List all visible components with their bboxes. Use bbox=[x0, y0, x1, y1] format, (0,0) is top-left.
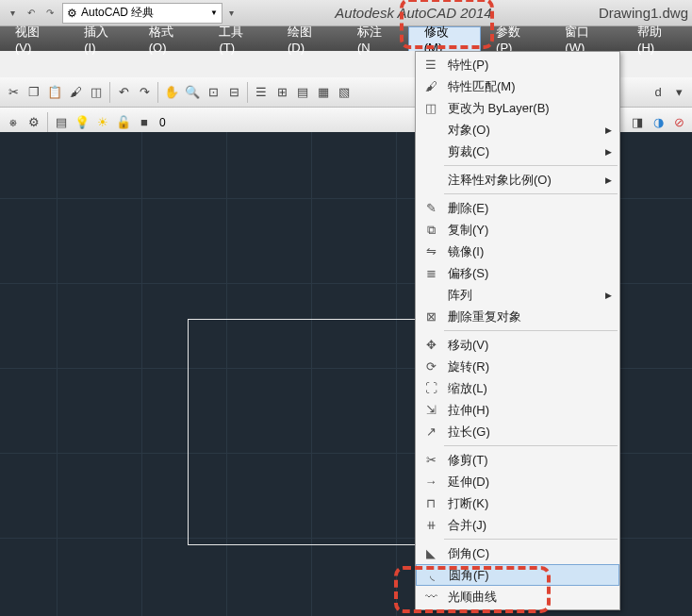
menu-item-fillet[interactable]: ◟圆角(F) bbox=[416, 564, 619, 586]
menu-item-rotate[interactable]: ⟳旋转(R) bbox=[416, 356, 619, 377]
matchprop-icon[interactable]: 🖌 bbox=[66, 83, 85, 102]
qa-dropdown-icon[interactable]: ▾ bbox=[4, 5, 21, 22]
redo-icon[interactable]: ↷ bbox=[41, 5, 58, 22]
menu-item-join[interactable]: ⧺合并(J) bbox=[416, 514, 619, 536]
cut-icon[interactable]: ✂ bbox=[4, 83, 23, 102]
menu-separator bbox=[444, 445, 618, 446]
menu-item-overkill[interactable]: ⊠删除重复对象 bbox=[416, 306, 619, 327]
view-render-icon[interactable]: ⊘ bbox=[669, 113, 688, 132]
qa-more-icon[interactable]: ▾ bbox=[222, 5, 239, 22]
layer-states-icon[interactable]: ⎈ bbox=[4, 113, 23, 132]
menu-bar: 视图(V) 插入(I) 格式(O) 工具(T) 绘图(D) 标注(N 修改(M)… bbox=[0, 26, 692, 51]
color-swatch-icon[interactable]: ■ bbox=[135, 113, 154, 132]
menu-tools[interactable]: 工具(T) bbox=[204, 26, 272, 51]
dropdown-icon[interactable]: ▾ bbox=[669, 83, 688, 102]
scale-icon: ⛶ bbox=[420, 381, 442, 395]
menu-item-matchprop[interactable]: 🖌特性匹配(M) bbox=[416, 75, 619, 97]
erase-icon: ✎ bbox=[420, 201, 442, 215]
zoom-realtime-icon[interactable]: 🔍 bbox=[183, 83, 202, 102]
app-title: Autodesk AutoCAD 2014 bbox=[239, 5, 587, 21]
layer-manager-icon[interactable]: ⚙ bbox=[25, 113, 43, 132]
menu-item-lengthen[interactable]: ↗拉长(G) bbox=[416, 421, 619, 442]
copy-icon[interactable]: ❐ bbox=[25, 83, 43, 102]
menu-parametric[interactable]: 参数(P) bbox=[481, 26, 550, 51]
blockeditor-icon[interactable]: ◫ bbox=[87, 83, 106, 102]
separator bbox=[157, 82, 158, 103]
props-icon: ☰ bbox=[420, 58, 442, 72]
extend-icon: → bbox=[420, 474, 442, 489]
modify-dropdown: ☰特性(P) 🖌特性匹配(M) ◫更改为 ByLayer(B) 对象(O)▶ 剪… bbox=[415, 51, 620, 610]
menu-item-chamfer[interactable]: ◣倒角(C) bbox=[416, 542, 619, 564]
menu-item-clip[interactable]: 剪裁(C)▶ bbox=[416, 141, 619, 162]
menu-item-properties[interactable]: ☰特性(P) bbox=[416, 54, 619, 75]
menu-item-move[interactable]: ✥移动(V) bbox=[416, 334, 619, 356]
menu-item-extend[interactable]: →延伸(D) bbox=[416, 471, 619, 492]
menu-item-object[interactable]: 对象(O)▶ bbox=[416, 119, 619, 141]
menu-format[interactable]: 格式(O) bbox=[134, 26, 205, 51]
move-icon: ✥ bbox=[420, 338, 442, 352]
menu-item-mirror[interactable]: ⇋镜像(I) bbox=[416, 241, 619, 262]
right-3d-tools: ◨ ◑ ⊘ bbox=[628, 113, 688, 132]
menu-modify[interactable]: 修改(M) bbox=[408, 26, 481, 51]
undo-tb-icon[interactable]: ↶ bbox=[114, 83, 133, 102]
redo-tb-icon[interactable]: ↷ bbox=[135, 83, 154, 102]
sun-icon[interactable]: ☀ bbox=[93, 113, 112, 132]
workspace-label: AutoCAD 经典 bbox=[81, 5, 210, 21]
props-icon[interactable]: ☰ bbox=[252, 83, 271, 102]
submenu-arrow-icon: ▶ bbox=[605, 147, 616, 157]
break-icon: ⊓ bbox=[420, 496, 442, 510]
drawing-rectangle[interactable] bbox=[188, 319, 419, 545]
menu-item-trim[interactable]: ✂修剪(T) bbox=[416, 449, 619, 471]
zoom-previous-icon[interactable]: ⊟ bbox=[224, 83, 243, 102]
undo-icon[interactable]: ↶ bbox=[23, 5, 40, 22]
submenu-arrow-icon: ▶ bbox=[605, 125, 616, 135]
rotate-icon: ⟳ bbox=[420, 359, 442, 374]
quick-access: ▾ ↶ ↷ bbox=[4, 5, 58, 22]
view-3d-icon[interactable]: ◑ bbox=[649, 113, 667, 132]
menu-window[interactable]: 窗口(W) bbox=[550, 26, 622, 51]
overkill-icon: ⊠ bbox=[420, 309, 442, 324]
menu-item-annoscale[interactable]: 注释性对象比例(O)▶ bbox=[416, 169, 619, 191]
layer-props-icon[interactable]: ▤ bbox=[52, 113, 71, 132]
lightbulb-icon[interactable]: 💡 bbox=[73, 113, 91, 132]
menu-help[interactable]: 帮助(H) bbox=[622, 26, 692, 51]
menu-item-offset[interactable]: ≣偏移(S) bbox=[416, 262, 619, 284]
fillet-icon: ◟ bbox=[420, 568, 443, 582]
menu-separator bbox=[444, 165, 618, 166]
submenu-arrow-icon: ▶ bbox=[605, 175, 616, 185]
view-2d-icon[interactable]: ◨ bbox=[628, 113, 647, 132]
bylayer-icon: ◫ bbox=[420, 101, 442, 115]
menu-insert[interactable]: 插入(I) bbox=[69, 26, 133, 51]
menu-item-blend[interactable]: 〰光顺曲线 bbox=[416, 586, 619, 608]
markup-icon[interactable]: ▧ bbox=[335, 83, 354, 102]
paste-icon[interactable]: 📋 bbox=[45, 83, 64, 102]
submenu-arrow-icon: ▶ bbox=[605, 291, 616, 300]
zoom-window-icon[interactable]: ⊡ bbox=[204, 83, 222, 102]
blend-icon: 〰 bbox=[420, 590, 442, 604]
menu-dimension[interactable]: 标注(N bbox=[342, 26, 408, 51]
d-icon[interactable]: d bbox=[649, 83, 667, 102]
lock-icon[interactable]: 🔓 bbox=[114, 113, 133, 132]
menu-item-copy[interactable]: ⧉复制(Y) bbox=[416, 219, 619, 241]
menu-view[interactable]: 视图(V) bbox=[0, 26, 69, 51]
layer-name[interactable]: 0 bbox=[159, 116, 166, 129]
pan-icon[interactable]: ✋ bbox=[162, 83, 181, 102]
trim-icon: ✂ bbox=[420, 453, 442, 467]
menu-draw[interactable]: 绘图(D) bbox=[272, 26, 342, 51]
sheet-icon[interactable]: ▦ bbox=[314, 83, 333, 102]
menu-item-break[interactable]: ⊓打断(K) bbox=[416, 492, 619, 514]
menu-item-stretch[interactable]: ⇲拉伸(H) bbox=[416, 399, 619, 421]
mirror-icon: ⇋ bbox=[420, 244, 442, 258]
menu-item-bylayer[interactable]: ◫更改为 ByLayer(B) bbox=[416, 97, 619, 119]
workspace-dropdown[interactable]: ⚙ AutoCAD 经典 ▼ bbox=[62, 3, 222, 24]
menu-separator bbox=[444, 193, 618, 194]
menu-item-scale[interactable]: ⛶缩放(L) bbox=[416, 377, 619, 399]
chamfer-icon: ◣ bbox=[420, 546, 442, 560]
join-icon: ⧺ bbox=[420, 518, 442, 532]
menu-item-erase[interactable]: ✎删除(E) bbox=[416, 197, 619, 219]
tool-palette-icon[interactable]: ▤ bbox=[293, 83, 312, 102]
menu-separator bbox=[444, 330, 618, 331]
menu-item-array[interactable]: 阵列▶ bbox=[416, 284, 619, 306]
separator bbox=[109, 82, 110, 103]
dc-icon[interactable]: ⊞ bbox=[272, 83, 291, 102]
